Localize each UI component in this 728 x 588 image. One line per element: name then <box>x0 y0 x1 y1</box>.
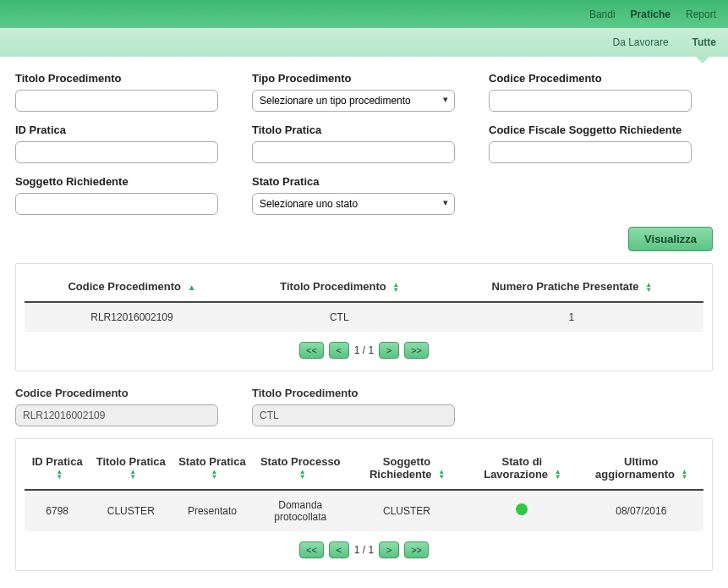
sort-icon <box>555 470 561 480</box>
filter-tipo-procedimento-label: Tipo Procedimento <box>252 72 455 85</box>
filter-cf-input[interactable] <box>489 141 692 163</box>
nav-pratiche[interactable]: Pratiche <box>631 8 671 20</box>
pager-prev-button[interactable]: < <box>329 541 349 558</box>
nav-bandi[interactable]: Bandi <box>589 8 616 20</box>
pratiche-panel: ID Pratica Titolo Pratica Stato Pratica … <box>15 438 713 571</box>
col-stato-processo-label: Stato Processo <box>260 455 341 468</box>
cell-numero: 1 <box>440 302 703 332</box>
detail-titolo-input <box>252 404 455 426</box>
pager-last-button[interactable]: >> <box>404 541 429 558</box>
col-titolo-pratica[interactable]: Titolo Pratica <box>90 448 172 490</box>
filter-titolo-procedimento-input[interactable] <box>15 90 218 112</box>
filter-titolo-pratica-label: Titolo Pratica <box>252 124 455 136</box>
subnav-tutte[interactable]: Tutte <box>692 36 716 48</box>
col-id-pratica-label: ID Pratica <box>32 455 83 468</box>
detail-titolo-label: Titolo Procedimento <box>252 387 455 399</box>
filter-id-pratica-input[interactable] <box>15 141 218 163</box>
cell-ultimo: 08/07/2016 <box>579 490 703 531</box>
cell-stato-lavorazione <box>465 490 578 531</box>
col-titolo-procedimento[interactable]: Titolo Procedimento <box>239 272 440 302</box>
filter-soggetto-richiedente-input[interactable] <box>15 193 218 215</box>
pager-first-button[interactable]: << <box>299 541 324 558</box>
sub-nav: Da Lavorare Tutte <box>0 28 728 57</box>
pager-first-button[interactable]: << <box>299 342 324 359</box>
filter-cf-label: Codice Fiscale Soggetto Richiedente <box>489 124 692 136</box>
nav-report[interactable]: Report <box>686 8 716 20</box>
pratiche-table: ID Pratica Titolo Pratica Stato Pratica … <box>25 448 703 531</box>
col-soggetto[interactable]: Soggetto Richiedente <box>348 448 465 490</box>
col-soggetto-label: Soggetto Richiedente <box>369 455 432 480</box>
cell-soggetto: CLUSTER <box>348 490 465 531</box>
sort-icon <box>211 470 216 480</box>
sort-icon <box>681 470 687 480</box>
col-stato-pratica-label: Stato Pratica <box>178 455 245 468</box>
filter-soggetto-richiedente-label: Soggetto Richiedente <box>15 175 218 188</box>
detail-codice-label: Codice Procedimento <box>15 387 218 399</box>
col-stato-pratica[interactable]: Stato Pratica <box>172 448 252 490</box>
cell-id: 6798 <box>25 490 90 531</box>
procedimenti-pager: << < 1 / 1 > >> <box>25 342 703 359</box>
sort-icon <box>645 283 651 293</box>
pager-prev-button[interactable]: < <box>329 342 349 359</box>
col-codice-procedimento[interactable]: Codice Procedimento ▲ <box>25 272 239 302</box>
filter-id-pratica-label: ID Pratica <box>15 124 218 136</box>
filter-tipo-procedimento-select[interactable]: Selezionare un tipo procedimento <box>252 90 455 112</box>
detail-codice-input <box>15 404 218 426</box>
col-stato-processo[interactable]: Stato Processo <box>253 448 348 490</box>
filter-titolo-procedimento-label: Titolo Procedimento <box>15 72 218 85</box>
col-id-pratica[interactable]: ID Pratica <box>25 448 90 490</box>
cell-titolo: CTL <box>239 302 440 332</box>
table-row[interactable]: 6798 CLUSTER Presentato Domanda protocol… <box>25 490 703 531</box>
sort-icon <box>299 470 305 480</box>
cell-codice: RLR12016002109 <box>25 302 239 332</box>
filter-titolo-pratica-input[interactable] <box>252 141 455 163</box>
procedimenti-panel: Codice Procedimento ▲ Titolo Procediment… <box>15 263 713 371</box>
col-numero-pratiche-label: Numero Pratiche Presentate <box>491 280 638 293</box>
sort-icon <box>392 283 398 293</box>
pager-next-button[interactable]: > <box>379 342 399 359</box>
col-titolo-procedimento-label: Titolo Procedimento <box>280 280 386 293</box>
subnav-da-lavorare[interactable]: Da Lavorare <box>613 36 669 48</box>
cell-titolo: CLUSTER <box>90 490 172 531</box>
col-numero-pratiche[interactable]: Numero Pratiche Presentate <box>440 272 703 302</box>
table-row[interactable]: RLR12016002109 CTL 1 <box>25 302 703 332</box>
col-ultimo-aggiornamento-label: Ultimo aggiornamento <box>595 455 675 480</box>
pager-label: 1 / 1 <box>354 544 374 556</box>
pager-label: 1 / 1 <box>354 344 374 356</box>
subnav-indicator-icon <box>696 57 709 63</box>
visualizza-button[interactable]: Visualizza <box>628 227 713 251</box>
cell-stato-processo: Domanda protocollata <box>253 490 348 531</box>
col-titolo-pratica-label: Titolo Pratica <box>96 455 166 468</box>
sort-icon <box>56 470 62 480</box>
status-dot-icon <box>516 503 528 515</box>
pratiche-pager: << < 1 / 1 > >> <box>25 541 703 558</box>
pager-last-button[interactable]: >> <box>404 342 429 359</box>
filter-stato-pratica-label: Stato Pratica <box>252 175 455 188</box>
top-nav: Bandi Pratiche Report <box>0 0 728 28</box>
sort-icon <box>438 470 444 480</box>
col-stato-lavorazione-label: Stato di Lavorazione <box>484 455 548 480</box>
cell-stato-pratica: Presentato <box>172 490 252 531</box>
filter-codice-procedimento-input[interactable] <box>489 90 692 112</box>
col-codice-procedimento-label: Codice Procedimento <box>68 280 181 293</box>
procedimenti-table: Codice Procedimento ▲ Titolo Procediment… <box>25 272 703 332</box>
filter-codice-procedimento-label: Codice Procedimento <box>489 72 692 85</box>
pager-next-button[interactable]: > <box>379 541 399 558</box>
filter-stato-pratica-select[interactable]: Selezionare uno stato <box>252 193 455 215</box>
sort-asc-icon: ▲ <box>188 283 196 292</box>
sort-icon <box>129 470 135 480</box>
col-ultimo-aggiornamento[interactable]: Ultimo aggiornamento <box>579 448 703 490</box>
col-stato-lavorazione[interactable]: Stato di Lavorazione <box>465 448 578 490</box>
